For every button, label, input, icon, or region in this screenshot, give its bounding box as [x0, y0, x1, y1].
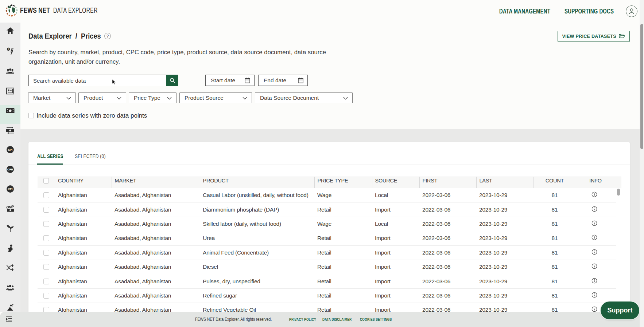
svg-text:CPR: CPR — [7, 168, 13, 171]
svg-text:SPI: SPI — [8, 148, 12, 151]
svg-text:CPI: CPI — [8, 188, 13, 191]
svg-text:!: ! — [8, 48, 9, 51]
